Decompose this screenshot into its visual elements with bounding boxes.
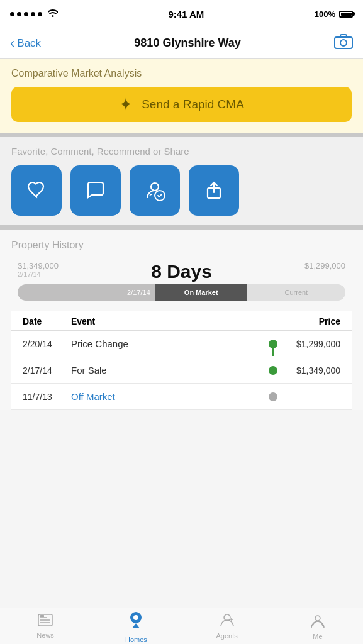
- favorite-button[interactable]: [11, 165, 62, 216]
- row-event-2: For Sale: [71, 365, 264, 375]
- social-section: Favorite, Comment, Recommend or Share: [0, 137, 363, 225]
- signal-dots: [10, 12, 42, 16]
- price-right: $1,299,000: [289, 261, 345, 270]
- divider-2: [0, 225, 363, 230]
- date-left: 2/17/14: [18, 270, 74, 278]
- row-event-3: Off Market: [71, 391, 264, 402]
- wand-icon: ✦: [119, 95, 133, 114]
- row-date-1: 2/20/14: [11, 339, 71, 349]
- battery-area: 100%: [315, 9, 353, 19]
- share-button[interactable]: [189, 165, 239, 216]
- tab-news-label: News: [36, 631, 54, 639]
- dot-line-1: [272, 348, 274, 356]
- days-label: 8 Days: [74, 261, 289, 282]
- row-date-2: 2/17/14: [11, 365, 71, 375]
- tab-me[interactable]: Me: [272, 608, 363, 644]
- dot-2: [269, 366, 277, 375]
- table-row: 2/20/14 Price Change $1,299,000: [11, 331, 352, 357]
- tab-agents[interactable]: Agents: [182, 608, 272, 644]
- cma-title: Comparative Market Analysis: [11, 68, 352, 79]
- row-price-2: $1,349,000: [282, 365, 352, 375]
- row-dot-area-2: [264, 366, 282, 375]
- table-row: 2/17/14 For Sale $1,349,000: [11, 357, 352, 384]
- tab-agents-label: Agents: [216, 632, 238, 640]
- social-buttons: [11, 165, 352, 216]
- battery-percent: 100%: [315, 9, 335, 19]
- me-icon: [310, 613, 325, 631]
- recommend-button[interactable]: [130, 165, 180, 216]
- comment-button[interactable]: [70, 165, 121, 216]
- page-title: 9810 Glynshire Way: [134, 36, 240, 50]
- tab-bar: News Homes Agents: [0, 608, 363, 644]
- tab-homes[interactable]: Homes: [91, 608, 181, 644]
- tab-homes-label: Homes: [125, 636, 147, 643]
- svg-rect-2: [340, 35, 347, 38]
- cma-button-label: Send a Rapid CMA: [142, 97, 244, 111]
- timeline-bar-on-market: On Market: [155, 284, 247, 301]
- camera-button[interactable]: [334, 34, 353, 53]
- table-row: 11/7/13 Off Market: [11, 384, 352, 410]
- dot-1: [269, 340, 277, 348]
- cma-section: Comparative Market Analysis ✦ Send a Rap…: [0, 59, 363, 133]
- row-price-1: $1,299,000: [282, 339, 352, 349]
- svg-point-17: [315, 616, 320, 621]
- history-table: Date Event Price 2/20/14 Price Change $1…: [11, 311, 352, 410]
- svg-point-3: [151, 183, 159, 191]
- history-title: Property History: [11, 240, 352, 251]
- table-header: Date Event Price: [11, 311, 352, 331]
- back-label: Back: [17, 37, 41, 50]
- price-left: $1,349,000: [18, 261, 74, 270]
- tab-news[interactable]: News: [0, 608, 91, 644]
- timeline-bar-current: Current: [247, 284, 345, 301]
- col-price-header: Price: [276, 316, 352, 326]
- wifi-icon: [48, 9, 58, 19]
- svg-point-1: [340, 40, 347, 46]
- back-button[interactable]: ‹ Back: [10, 36, 41, 50]
- col-event-header: Event: [71, 316, 276, 326]
- agents-icon: [219, 613, 235, 631]
- news-icon: [38, 614, 53, 630]
- social-title: Favorite, Comment, Recommend or Share: [11, 146, 352, 157]
- svg-point-12: [133, 615, 138, 620]
- nav-bar: ‹ Back 9810 Glynshire Way: [0, 28, 363, 59]
- send-cma-button[interactable]: ✦ Send a Rapid CMA: [11, 87, 352, 122]
- battery-icon: [339, 11, 353, 18]
- chevron-left-icon: ‹: [10, 36, 14, 50]
- homes-icon: [128, 609, 144, 635]
- col-date-header: Date: [11, 316, 71, 326]
- tab-me-label: Me: [313, 633, 322, 640]
- clock: 9:41 AM: [168, 9, 204, 19]
- timeline-bar-start: 2/17/14: [18, 284, 155, 301]
- dot-3: [269, 392, 277, 401]
- status-bar: 9:41 AM 100%: [0, 0, 363, 28]
- svg-rect-0: [335, 37, 352, 48]
- row-event-1: Price Change: [71, 338, 264, 349]
- row-dot-area-3: [264, 392, 282, 401]
- property-history-section: Property History $1,349,000 2/17/14 8 Da…: [0, 230, 363, 410]
- svg-rect-10: [40, 615, 44, 617]
- row-date-3: 11/7/13: [11, 392, 71, 402]
- row-dot-area-1: [264, 340, 282, 348]
